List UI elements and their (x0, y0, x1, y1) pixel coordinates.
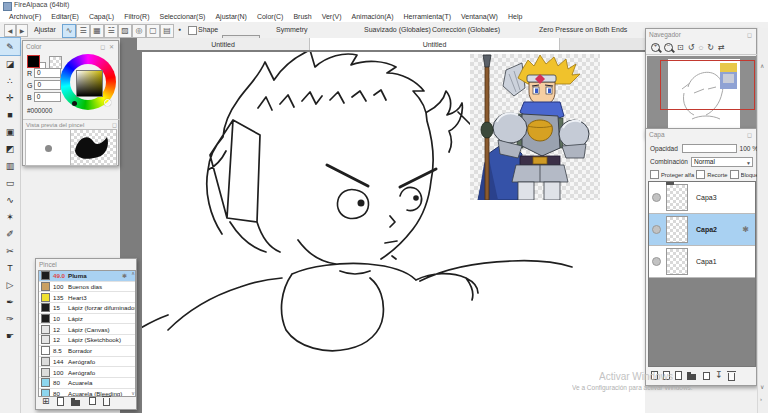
layer-visibility-toggle[interactable] (652, 193, 661, 202)
lock-checkbox[interactable] (730, 170, 739, 179)
layer-visibility-toggle[interactable] (652, 257, 661, 266)
brush-item-pluma[interactable]: 49.0 Pluma ✱ (39, 271, 135, 282)
scroll-down-icon[interactable]: ∨ (760, 383, 764, 390)
r-input[interactable]: 0 (34, 68, 61, 78)
delete-brush-icon[interactable] (103, 398, 110, 406)
blend-select[interactable]: Normal▼ (691, 157, 753, 167)
duplicate-brush-icon[interactable] (89, 397, 96, 405)
brush-settings-gear-icon[interactable]: ✱ (122, 272, 127, 279)
brush-item[interactable]: 100 Buenos dias (39, 282, 135, 293)
navigator-preview[interactable] (647, 56, 756, 137)
opacity-slider[interactable] (682, 144, 737, 153)
tool-magic-wand[interactable]: ✶ (0, 208, 20, 225)
float-panel-icon[interactable]: ◻ (100, 44, 106, 50)
zoom-in-icon[interactable]: + (651, 43, 660, 52)
document-tab-1[interactable]: Untitled (137, 38, 310, 50)
brush-item[interactable]: 12 Lápiz (Canvas) (39, 324, 135, 335)
menu-herramienta[interactable]: Herramienta(T) (399, 13, 456, 20)
correction-mode-curve-icon[interactable]: ∿ (62, 24, 76, 38)
brush-item[interactable]: 100 Aerógrafo (39, 367, 135, 378)
correction-mode-table-icon[interactable]: ▤ (160, 24, 174, 38)
foreground-color-swatch[interactable] (27, 55, 40, 68)
brush-item[interactable]: 8.5 Borrador (39, 346, 135, 357)
scroll-right-icon[interactable]: › (760, 396, 762, 402)
tool-brush[interactable]: ✎ (0, 38, 20, 55)
tool-select-pen[interactable]: ✐ (0, 225, 20, 242)
scroll-up-icon[interactable]: ∧ (131, 270, 135, 276)
tool-stamp[interactable]: ▣ (0, 123, 20, 140)
layer-settings-gear-icon[interactable]: ✱ (742, 225, 749, 234)
navigator-viewport-rect[interactable] (660, 60, 755, 110)
reset-rotation-icon[interactable]: ◌ (698, 43, 703, 52)
add-brush-icon[interactable] (57, 397, 64, 406)
brush-save-icon[interactable]: ⊞ (42, 397, 50, 406)
menu-editar[interactable]: Editar(E) (46, 13, 84, 20)
brush-item[interactable]: 144 Aerógrafo (39, 357, 135, 368)
layer-folder-icon[interactable] (687, 374, 696, 380)
brush-item[interactable]: 12 Lápiz (Sketchbook) (39, 335, 135, 346)
layer-visibility-toggle[interactable] (652, 225, 661, 234)
menu-seleccionar[interactable]: Seleccionar(S) (154, 13, 210, 20)
hue-marker[interactable] (104, 99, 111, 106)
sv-marker[interactable] (72, 101, 77, 106)
tool-select-rect[interactable]: ▭ (0, 174, 20, 191)
rotate-ccw-icon[interactable]: ↺ (688, 43, 695, 52)
flip-view-icon[interactable]: ⇄ (718, 43, 725, 52)
brush-item[interactable]: 80 Acuarela (39, 378, 135, 389)
tool-eyedropper[interactable]: ✑ (0, 310, 20, 327)
saturation-value-box[interactable] (76, 70, 103, 97)
canvas-document[interactable] (142, 52, 645, 413)
shape-checkbox[interactable] (188, 26, 197, 35)
brush-item[interactable]: 15 Lápiz (forzar difuminados) (39, 303, 135, 314)
tool-gradient[interactable]: ▥ (0, 157, 20, 174)
tool-hand[interactable]: ☛ (0, 327, 20, 344)
menu-filtro[interactable]: Filtro(R) (119, 13, 154, 20)
menu-animacion[interactable]: Animación(A) (347, 13, 399, 20)
float-panel-icon[interactable]: ◻ (747, 31, 753, 38)
tool-pen[interactable]: ✒ (0, 293, 20, 310)
protect-alpha-checkbox[interactable] (650, 170, 659, 179)
clipping-checkbox[interactable] (696, 170, 705, 179)
tool-selection[interactable]: ■ (0, 106, 20, 123)
fit-view-icon[interactable]: ⊡ (677, 43, 684, 52)
brush-item[interactable]: 135 Heart3 (39, 292, 135, 303)
tool-operation[interactable]: ▷ (0, 276, 20, 293)
brush-item[interactable]: 10 Lápiz (39, 314, 135, 325)
layer-row-capa2[interactable]: Capa2 ✱ (649, 214, 755, 246)
tool-blur[interactable]: ∴ (0, 72, 20, 89)
tool-lasso[interactable]: ∿ (0, 191, 20, 208)
tool-select-eraser[interactable]: ✂ (0, 242, 20, 259)
scroll-up-icon[interactable]: ∧ (760, 62, 764, 69)
tool-move[interactable]: ✛ (0, 89, 20, 106)
tool-bucket[interactable]: ◩ (0, 140, 20, 157)
correction-mode-circle-icon[interactable]: ◎ (132, 24, 146, 38)
layer-row-capa1[interactable]: Capa1 (649, 246, 755, 278)
close-icon[interactable]: ✕ (109, 44, 115, 50)
brush-folder-icon[interactable] (71, 400, 80, 406)
merge-down-icon[interactable]: ↧ (715, 371, 723, 380)
tool-eraser[interactable]: ◪ (0, 55, 20, 72)
correction-mode-rows-icon[interactable]: ☱ (104, 24, 118, 38)
rotate-cw-icon[interactable]: ↻ (707, 43, 714, 52)
undo-button[interactable]: ◀ (4, 24, 16, 37)
layer-row-capa3[interactable]: Capa3 (649, 182, 755, 214)
correction-mode-hatch-icon[interactable]: ▨ (118, 24, 132, 38)
float-panel-icon[interactable]: ◻ (112, 121, 117, 128)
g-input[interactable]: 0 (34, 80, 61, 90)
tool-text[interactable]: T (0, 259, 20, 276)
menu-ajustar[interactable]: Ajustar(N) (210, 13, 252, 20)
menu-brush[interactable]: Brush (288, 13, 316, 20)
add-1bit-layer-icon[interactable] (675, 371, 682, 380)
b-input[interactable]: 0 (34, 92, 61, 102)
delete-layer-icon[interactable] (728, 373, 735, 381)
correction-mode-lines-icon[interactable]: ☰ (76, 24, 90, 38)
menu-archivo[interactable]: Archivo(F) (4, 13, 46, 20)
correction-mode-grid-icon[interactable]: ▦ (90, 24, 104, 38)
zoom-out-icon[interactable]: − (664, 43, 673, 52)
menu-ver[interactable]: Ver(V) (317, 13, 347, 20)
menu-ventana[interactable]: Ventana(W) (456, 13, 503, 20)
menu-capa[interactable]: Capa(L) (84, 13, 119, 20)
menu-color[interactable]: Color(C) (252, 13, 288, 20)
duplicate-layer-icon[interactable] (703, 372, 710, 380)
redo-button[interactable]: ▶ (16, 24, 28, 37)
